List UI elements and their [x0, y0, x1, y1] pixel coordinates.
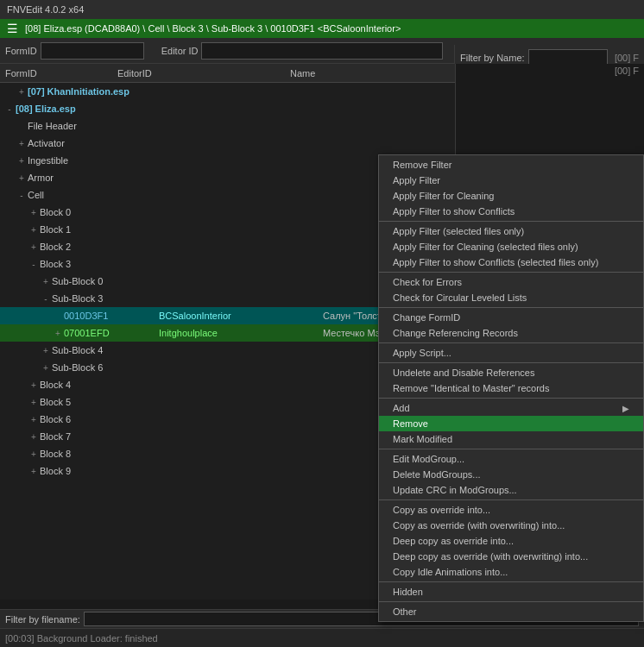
breadcrumb: [08] Eliza.esp (DCAD88A0) \ Cell \ Block… [25, 23, 401, 34]
context-menu-separator [379, 499, 643, 500]
editorid-input[interactable] [201, 42, 443, 60]
tree-item-label: Sub-Block 3 [52, 293, 103, 304]
cell-editorid: Initghoulplace [159, 328, 323, 338]
context-menu[interactable]: Remove FilterApply FilterApply Filter fo… [378, 154, 644, 622]
context-menu-item[interactable]: Apply Filter (selected files only) [379, 223, 643, 239]
tree-row[interactable]: File Header [0, 117, 455, 135]
tree-item-label: Block 9 [40, 466, 71, 476]
context-menu-item[interactable]: Copy as override (with overwriting) into… [379, 518, 643, 533]
context-menu-item-label: Apply Filter to show Conflicts [393, 206, 515, 217]
context-menu-item[interactable]: Remove Filter [379, 157, 643, 173]
context-menu-item[interactable]: Other [379, 604, 643, 619]
tree-expander[interactable]: + [16, 156, 28, 166]
col-header-name: Name [285, 68, 455, 79]
tree-item-label: Block 7 [40, 431, 71, 442]
context-menu-item[interactable]: Remove [379, 416, 643, 431]
context-menu-item-label: Add [393, 403, 410, 413]
tree-expander[interactable]: + [16, 87, 28, 97]
tree-item-label: Block 0 [40, 207, 71, 217]
tree-row[interactable]: +[07] KhanInitiation.esp [0, 83, 455, 100]
formid-input[interactable] [41, 42, 144, 60]
tree-expander[interactable]: + [28, 242, 40, 252]
context-menu-item[interactable]: Copy as override into... [379, 502, 643, 518]
tree-expander[interactable]: + [28, 398, 40, 407]
submenu-arrow-icon: ▶ [622, 404, 629, 413]
context-menu-item[interactable]: Check for Errors [379, 274, 643, 290]
tree-expander[interactable]: + [28, 432, 40, 442]
context-menu-item[interactable]: Change FormID [379, 310, 643, 325]
tree-row[interactable]: +Activator [0, 135, 455, 152]
context-menu-item[interactable]: Apply Filter for Cleaning [379, 188, 643, 204]
tree-row[interactable]: -[08] Eliza.esp [0, 100, 455, 117]
filter-name-label: Filter by Name: [460, 53, 525, 63]
context-menu-separator [379, 342, 643, 343]
context-menu-item[interactable]: Hidden [379, 584, 643, 600]
context-menu-item-label: Remove [393, 418, 428, 429]
context-menu-separator [379, 221, 643, 222]
context-menu-item-label: Apply Filter for Cleaning (selected file… [393, 242, 578, 252]
context-menu-item-label: Apply Filter (selected files only) [393, 226, 524, 236]
context-menu-separator [379, 581, 643, 582]
tree-item-label: [08] Eliza.esp [16, 104, 76, 114]
context-menu-item[interactable]: Apply Filter to show Conflicts [379, 204, 643, 219]
context-menu-item[interactable]: Change Referencing Records [379, 325, 643, 341]
context-menu-item[interactable]: Apply Filter [379, 173, 643, 188]
tree-expander[interactable]: - [3, 104, 16, 114]
context-menu-item-label: Apply Script... [393, 348, 451, 358]
tree-item-label: Sub-Block 0 [52, 276, 103, 286]
context-menu-item[interactable]: Mark Modified [379, 431, 643, 447]
tree-expander[interactable]: - [16, 191, 28, 200]
tree-expander[interactable]: + [52, 329, 64, 338]
tree-item-label: Block 3 [40, 259, 71, 269]
tree-expander[interactable]: + [28, 208, 40, 217]
context-menu-item[interactable]: Update CRC in ModGroups... [379, 482, 643, 498]
context-menu-separator [379, 272, 643, 273]
context-menu-item[interactable]: Add▶ [379, 400, 643, 416]
context-menu-item[interactable]: Apply Script... [379, 345, 643, 361]
tree-expander[interactable]: + [40, 346, 52, 355]
context-menu-item-label: Other [393, 606, 417, 617]
tree-expander[interactable]: + [28, 467, 40, 476]
context-menu-item-label: Undelete and Disable References [393, 367, 535, 378]
tree-expander[interactable]: + [40, 277, 52, 286]
context-menu-item-label: Mark Modified [393, 434, 452, 444]
tree-item-label: Armor [28, 173, 54, 183]
context-menu-separator [379, 362, 643, 363]
context-menu-item-label: Copy as override (with overwriting) into… [393, 520, 565, 531]
context-menu-item[interactable]: Deep copy as override (with overwriting)… [379, 549, 643, 564]
context-menu-item[interactable]: Deep copy as override into... [379, 533, 643, 549]
context-menu-item[interactable]: Remove "Identical to Master" records [379, 380, 643, 396]
context-menu-separator [379, 601, 643, 602]
context-menu-item[interactable]: Edit ModGroup... [379, 451, 643, 467]
status-text: [00:03] Background Loader: finished [5, 633, 158, 644]
filter-filename-label: Filter by filename: [5, 614, 80, 625]
tree-expander[interactable]: + [28, 380, 40, 390]
tree-expander[interactable]: + [28, 225, 40, 235]
context-menu-item[interactable]: Apply Filter for Cleaning (selected file… [379, 239, 643, 254]
tree-expander[interactable]: + [28, 415, 40, 424]
context-menu-item-label: Check for Circular Leveled Lists [393, 292, 527, 303]
context-menu-item[interactable]: Copy Idle Animations into... [379, 564, 643, 580]
menu-icon: ☰ [7, 22, 18, 35]
tree-item-label: Sub-Block 4 [52, 345, 103, 355]
tree-expander[interactable]: + [40, 363, 52, 373]
context-menu-item-label: Apply Filter to show Conflicts (selected… [393, 257, 598, 267]
context-menu-item[interactable]: Apply Filter to show Conflicts (selected… [379, 254, 643, 270]
tree-item-label: Sub-Block 6 [52, 362, 103, 373]
tree-expander[interactable]: - [40, 294, 52, 304]
tree-item-label: Block 4 [40, 380, 71, 390]
tree-expander[interactable]: - [28, 260, 40, 269]
tree-item-label: Block 8 [40, 449, 71, 459]
main-area: FormID EditorID Name +[07] KhanInitiatio… [0, 64, 644, 600]
context-menu-item[interactable]: Check for Circular Leveled Lists [379, 290, 643, 305]
tree-expander[interactable]: + [16, 139, 28, 148]
title-bar: FNVEdit 4.0.2 x64 [0, 0, 644, 19]
tree-item-label: File Header [28, 121, 77, 131]
context-menu-item[interactable]: Delete ModGroups... [379, 467, 643, 482]
context-menu-item-label: Deep copy as override into... [393, 536, 514, 546]
context-menu-item[interactable]: Undelete and Disable References [379, 365, 643, 380]
tree-expander[interactable]: + [16, 173, 28, 183]
title-text: FNVEdit 4.0.2 x64 [7, 4, 84, 15]
tree-expander[interactable]: + [28, 449, 40, 459]
context-menu-item-label: Remove Filter [393, 160, 451, 170]
